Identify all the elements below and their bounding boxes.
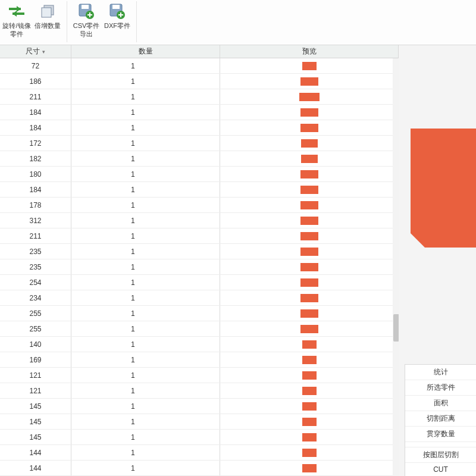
table-row[interactable]: 1841 — [0, 120, 398, 136]
cell-qty: 1 — [71, 399, 220, 414]
cell-qty: 1 — [71, 89, 220, 104]
table-row[interactable]: 2111 — [0, 228, 398, 244]
cell-qty: 1 — [71, 198, 220, 212]
table-row[interactable]: 1441 — [0, 461, 398, 476]
col-header-size-label: 尺寸 — [26, 46, 40, 57]
part-thumbnail — [300, 309, 318, 318]
cell-size: 121 — [0, 368, 71, 383]
cell-preview — [220, 213, 398, 228]
stats-panel: 统计所选零件面积切割距离贯穿数量按图层切割CUT — [405, 364, 476, 476]
table-row[interactable]: 2351 — [0, 244, 398, 259]
cell-size: 312 — [0, 213, 71, 228]
cell-qty: 1 — [71, 74, 220, 89]
cell-size: 254 — [0, 275, 71, 290]
toolbar: 旋转/镜像 零件倍增数量CSV零件 导出DXF零件 — [0, 0, 476, 45]
cell-qty: 1 — [71, 259, 220, 274]
table-row[interactable]: 1691 — [0, 352, 398, 368]
filter-icon[interactable]: ▾ — [42, 49, 45, 55]
cell-qty: 1 — [71, 383, 220, 398]
disk-dxf-icon — [107, 1, 127, 21]
table-body: 7211861211118411841172118211801184117813… — [0, 58, 398, 476]
toolbar-button[interactable]: CSV零件 导出 — [72, 1, 101, 42]
cell-size: 140 — [0, 337, 71, 352]
col-header-preview[interactable]: 预览 — [220, 45, 398, 58]
col-header-qty[interactable]: 数量 — [71, 45, 220, 58]
stats-row: 按图层切割 — [405, 447, 476, 463]
toolbar-group: CSV零件 导出DXF零件 — [67, 1, 137, 42]
table-row[interactable]: 2541 — [0, 275, 398, 290]
cell-qty: 1 — [71, 244, 220, 259]
table-row[interactable]: 3121 — [0, 213, 398, 228]
cell-size: 235 — [0, 259, 71, 274]
part-thumbnail — [300, 263, 318, 271]
toolbar-button[interactable]: 旋转/镜像 零件 — [2, 1, 31, 42]
cell-preview — [220, 399, 398, 414]
table-row[interactable]: 1861 — [0, 74, 398, 89]
part-preview-shape — [411, 129, 476, 248]
part-thumbnail — [302, 464, 317, 472]
cell-size: 145 — [0, 430, 71, 444]
cell-size: 184 — [0, 105, 71, 120]
part-thumbnail — [300, 124, 318, 132]
table-row[interactable]: 1211 — [0, 383, 398, 399]
part-thumbnail — [302, 449, 317, 457]
toolbar-button-label: DXF零件 — [104, 21, 130, 30]
table-row[interactable]: 1841 — [0, 105, 398, 120]
part-thumbnail — [302, 62, 317, 70]
cell-size: 144 — [0, 461, 71, 475]
stats-row: CUT — [405, 463, 476, 476]
part-thumbnail — [301, 139, 318, 148]
table-row[interactable]: 2341 — [0, 290, 398, 306]
cell-qty: 1 — [71, 228, 220, 243]
cell-preview — [220, 244, 398, 259]
cell-preview — [220, 275, 398, 290]
table-row[interactable]: 2551 — [0, 321, 398, 337]
part-thumbnail — [300, 217, 318, 225]
svg-rect-1 — [42, 8, 51, 17]
table-row[interactable]: 1721 — [0, 136, 398, 151]
cell-preview — [220, 430, 398, 444]
stack-icon — [37, 1, 58, 21]
cell-qty: 1 — [71, 368, 220, 383]
table-row[interactable]: 1801 — [0, 167, 398, 182]
part-thumbnail — [302, 356, 317, 364]
cell-size: 184 — [0, 120, 71, 135]
table-row[interactable]: 1441 — [0, 445, 398, 461]
stats-row: 贯穿数量 — [405, 427, 476, 442]
table-row[interactable]: 1781 — [0, 198, 398, 213]
disk-csv-icon — [76, 1, 96, 21]
stats-row: 切割距离 — [405, 411, 476, 427]
part-thumbnail — [302, 340, 317, 349]
cell-qty: 1 — [71, 337, 220, 352]
table-row[interactable]: 1451 — [0, 430, 398, 445]
cell-preview — [220, 383, 398, 398]
stats-row: 所选零件 — [405, 380, 476, 396]
table-row[interactable]: 2111 — [0, 89, 398, 105]
cell-qty: 1 — [71, 352, 220, 367]
cell-size: 186 — [0, 74, 71, 89]
table-row[interactable]: 2551 — [0, 306, 398, 321]
col-header-size[interactable]: 尺寸 ▾ — [0, 45, 71, 58]
cell-size: 255 — [0, 321, 71, 336]
table-row[interactable]: 1401 — [0, 337, 398, 352]
main-area: 尺寸 ▾ 数量 预览 72118612111184118411721182118… — [0, 45, 476, 476]
table-row[interactable]: 1451 — [0, 399, 398, 414]
cell-size: 255 — [0, 306, 71, 321]
table-row[interactable]: 2351 — [0, 259, 398, 275]
toolbar-button[interactable]: 倍增数量 — [33, 1, 62, 42]
cell-preview — [220, 321, 398, 336]
cell-size: 184 — [0, 182, 71, 197]
cell-preview — [220, 198, 398, 212]
part-thumbnail — [300, 248, 318, 256]
table-row[interactable]: 721 — [0, 58, 398, 74]
cell-preview — [220, 182, 398, 197]
table-row[interactable]: 1841 — [0, 182, 398, 198]
cell-size: 72 — [0, 58, 71, 73]
part-thumbnail — [300, 325, 318, 333]
toolbar-button[interactable]: DXF零件 — [103, 1, 131, 42]
table-row[interactable]: 1451 — [0, 414, 398, 430]
part-thumbnail — [300, 232, 318, 240]
cell-qty: 1 — [71, 430, 220, 444]
table-row[interactable]: 1821 — [0, 151, 398, 167]
table-row[interactable]: 1211 — [0, 368, 398, 383]
